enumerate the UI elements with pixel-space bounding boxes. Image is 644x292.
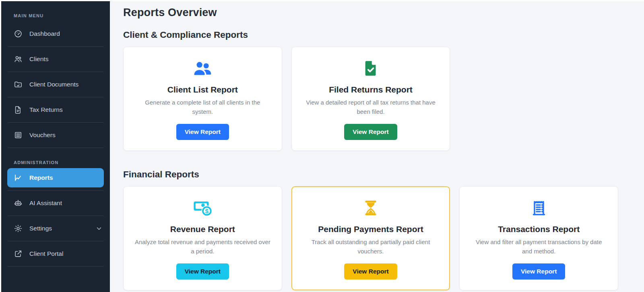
- external-link-icon: [14, 249, 23, 258]
- card-title: Transactions Report: [470, 224, 607, 234]
- hourglass-icon: [302, 199, 440, 217]
- filed-returns-report-card: Filed Returns Report View a detailed rep…: [291, 47, 450, 151]
- sidebar-item-client-portal[interactable]: Client Portal: [1, 241, 110, 266]
- line-chart-icon: [14, 173, 23, 182]
- view-report-button[interactable]: View Report: [344, 263, 397, 280]
- dashboard-gauge-icon: [14, 29, 23, 38]
- client-compliance-reports-section: Client & Compliance Reports Client List …: [123, 30, 618, 151]
- main-content: Reports Overview Client & Compliance Rep…: [110, 1, 644, 292]
- card-title: Revenue Report: [134, 224, 271, 234]
- card-description: View and filter all payment transactions…: [470, 238, 607, 256]
- sidebar-item-label: Tax Returns: [29, 106, 63, 113]
- card-description: View a detailed report of all tax return…: [302, 98, 440, 116]
- sidebar-item-ai-assistant[interactable]: AI Assistant: [1, 191, 110, 216]
- sidebar-item-label: Client Portal: [29, 250, 63, 257]
- sidebar-item-label: Settings: [29, 225, 52, 232]
- users-icon: [134, 59, 271, 78]
- sidebar-item-clients[interactable]: Clients: [1, 47, 110, 72]
- cards-grid: Client List Report Generate a complete l…: [123, 47, 618, 151]
- card-description: Analyze total revenue and payments recei…: [134, 238, 271, 256]
- sidebar-item-tax-returns[interactable]: Tax Returns: [1, 97, 110, 122]
- sidebar-item-client-documents[interactable]: Client Documents: [1, 72, 110, 97]
- sidebar-item-label: AI Assistant: [29, 199, 62, 207]
- view-report-button[interactable]: View Report: [176, 263, 229, 280]
- sidebar-item-reports[interactable]: Reports: [7, 168, 104, 187]
- view-report-button[interactable]: View Report: [344, 124, 397, 140]
- gear-icon: [14, 224, 23, 233]
- cards-grid: $ Revenue Report Analyze total revenue a…: [123, 186, 618, 290]
- view-report-button[interactable]: View Report: [512, 263, 565, 280]
- divider: [8, 266, 103, 267]
- receipt-lines-icon: [14, 131, 23, 140]
- sidebar-item-label: Dashboard: [29, 30, 60, 37]
- file-check-icon: [302, 59, 440, 78]
- card-title: Client List Report: [134, 85, 271, 95]
- section-heading: Client & Compliance Reports: [123, 30, 618, 40]
- chevron-down-icon: [95, 225, 103, 232]
- card-description: Track all outstanding and partially paid…: [302, 238, 440, 256]
- sidebar-item-label: Reports: [29, 174, 53, 181]
- card-description: Generate a complete list of all clients …: [134, 98, 271, 116]
- folder-check-icon: [14, 80, 23, 89]
- section-heading: Financial Reports: [123, 169, 618, 180]
- file-lines-icon: [14, 105, 23, 114]
- revenue-report-card: $ Revenue Report Analyze total revenue a…: [123, 186, 282, 290]
- sidebar-item-dashboard[interactable]: Dashboard: [1, 21, 110, 46]
- sidebar-item-vouchers[interactable]: Vouchers: [1, 123, 110, 148]
- sidebar-item-label: Vouchers: [29, 132, 56, 139]
- card-title: Filed Returns Report: [302, 85, 440, 95]
- view-report-button[interactable]: View Report: [176, 124, 229, 140]
- robot-icon: [14, 199, 23, 208]
- transactions-report-card: Transactions Report View and filter all …: [459, 186, 618, 290]
- svg-text:$: $: [205, 208, 209, 214]
- pending-payments-report-card: Pending Payments Report Track all outsta…: [291, 186, 450, 290]
- sidebar: MAIN MENU Dashboard Clients: [1, 1, 110, 292]
- receipt-icon: [470, 199, 607, 217]
- sidebar-item-label: Clients: [29, 56, 48, 63]
- financial-reports-section: Financial Reports $ Revenue Report Analy…: [123, 169, 618, 290]
- divider: [8, 148, 103, 148]
- users-icon: [14, 55, 23, 64]
- page-title: Reports Overview: [123, 6, 618, 19]
- card-title: Pending Payments Report: [302, 224, 440, 234]
- banknote-dollar-icon: $: [134, 199, 271, 217]
- sidebar-section-label: MAIN MENU: [14, 13, 103, 18]
- sidebar-item-label: Client Documents: [29, 81, 78, 88]
- client-list-report-card: Client List Report Generate a complete l…: [123, 47, 282, 151]
- sidebar-section-label: ADMINISTRATION: [14, 160, 103, 165]
- sidebar-item-settings[interactable]: Settings: [1, 216, 110, 241]
